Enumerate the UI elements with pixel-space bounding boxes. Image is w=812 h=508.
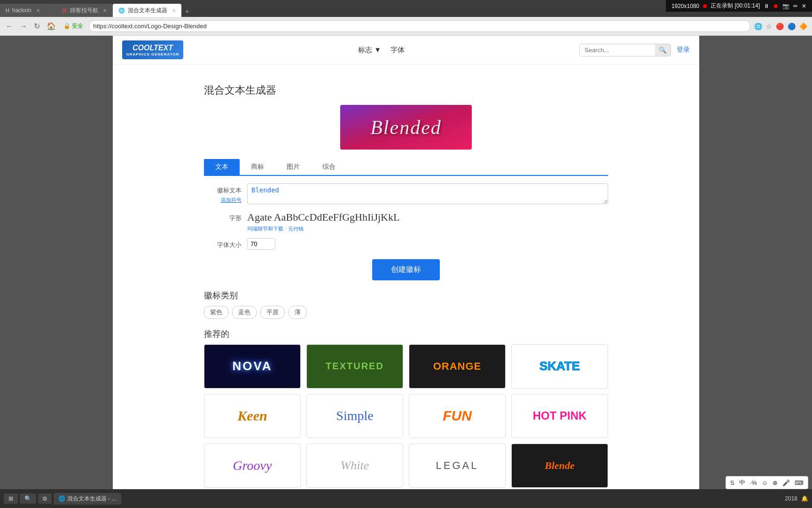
- recording-pause[interactable]: ⏸: [764, 3, 769, 9]
- start-button[interactable]: ⊞: [4, 493, 18, 504]
- logo-item-textured[interactable]: TEXTURED: [306, 344, 403, 389]
- notification-icon[interactable]: 🔔: [801, 495, 808, 502]
- create-logo-button[interactable]: 创建徽标: [372, 259, 440, 280]
- left-margin: [0, 36, 113, 508]
- badge-text-row: 徽标文本 添加符号 Blended: [204, 183, 608, 206]
- logo-item-legal[interactable]: LEGAL: [409, 444, 506, 488]
- create-btn-row: 创建徽标: [204, 259, 608, 280]
- search-taskbar[interactable]: 🔍: [20, 493, 36, 504]
- tab-wenben[interactable]: 文本: [204, 159, 240, 175]
- search-input[interactable]: [580, 44, 655, 56]
- font-size-input-area: [247, 238, 608, 250]
- logo-item-white[interactable]: White: [306, 444, 403, 488]
- badge-text-input[interactable]: Blended: [247, 183, 608, 204]
- bookmark-icon[interactable]: ☆: [765, 22, 773, 31]
- logo-preview-text: Blended: [370, 116, 442, 139]
- page-content: 混合文本生成器 Blended 文本 商标 图片 综合 徽标文本: [195, 64, 617, 508]
- home-button[interactable]: 🏠: [45, 21, 58, 32]
- site-header: COOLTEXT GRAPHICS GENERATOR 标志 ▼ 字体 🔍 登录: [113, 36, 699, 64]
- logo-item-orange[interactable]: ORANGE: [409, 344, 506, 389]
- recording-close[interactable]: ✕: [802, 3, 806, 9]
- login-button[interactable]: 登录: [677, 46, 690, 54]
- tab-hackxin-favicon: H: [6, 8, 9, 13]
- ime-dot[interactable]: ·%: [749, 478, 758, 487]
- logo-white-text: White: [341, 459, 369, 473]
- ime-check[interactable]: ⊕: [771, 478, 779, 487]
- site-logo[interactable]: COOLTEXT GRAPHICS GENERATOR: [122, 40, 183, 59]
- search-button[interactable]: 🔍: [655, 44, 671, 56]
- badge-category-section: 徽标类别 紫色 蓝色 平原 薄: [204, 290, 608, 319]
- recording-dot: [703, 4, 707, 8]
- tab-blended-label: 混合文本生成器: [128, 7, 167, 15]
- logo-item-keen[interactable]: Keen: [204, 394, 301, 438]
- font-size-label: 字体大小: [204, 238, 242, 249]
- url-input[interactable]: [89, 20, 750, 32]
- browser-taskbar[interactable]: 🌐 混合文本生成器 - ...: [54, 493, 121, 505]
- logo-orange-text: ORANGE: [433, 360, 482, 373]
- tab-blended[interactable]: 🌐 混合文本生成器 ✕: [113, 4, 181, 17]
- ime-keyboard[interactable]: ⌨: [793, 478, 805, 487]
- badge-tag-plain[interactable]: 平原: [260, 306, 285, 319]
- logo-fun-text: FUN: [443, 408, 472, 424]
- logo-item-fun[interactable]: FUN: [409, 394, 506, 438]
- recommended-section: 推荐的 NOVA TEXTURED ORANGE SKATE: [204, 328, 608, 488]
- tab-shangbiao[interactable]: 商标: [240, 159, 275, 175]
- tab-daohang[interactable]: 蹄 蹄客找号航 ✕: [56, 4, 113, 17]
- form-tabs: 文本 商标 图片 综合: [204, 159, 608, 176]
- tab-hackxin-close[interactable]: ✕: [36, 8, 40, 13]
- logo-hotpink-text: HOT PINK: [533, 409, 587, 422]
- tab-hackxin-label: hackxin: [12, 7, 31, 14]
- logo-item-simple[interactable]: Simple: [306, 394, 403, 438]
- font-label: 字形: [204, 211, 242, 222]
- back-button[interactable]: ←: [4, 21, 15, 32]
- taskbar-right: 2018 🔔: [785, 495, 808, 502]
- logo-item-blender[interactable]: Blende: [511, 444, 608, 488]
- logo-item-groovy[interactable]: Groovy: [204, 444, 301, 488]
- badge-tag-purple[interactable]: 紫色: [204, 306, 228, 319]
- taskview-button[interactable]: ⧉: [38, 493, 52, 504]
- badge-tag-thin[interactable]: 薄: [289, 306, 307, 319]
- tab-blended-close[interactable]: ✕: [172, 8, 176, 13]
- font-download-link[interactable]: 玛瑙细节和下载: [247, 226, 283, 231]
- add-symbol-link[interactable]: 添加符号: [204, 197, 242, 204]
- recording-time: 正在录制 [00:01:14]: [710, 2, 760, 10]
- translate-icon[interactable]: 🌐: [753, 22, 763, 31]
- extension-icon1[interactable]: 🔴: [775, 22, 785, 31]
- recording-camera[interactable]: 📷: [782, 3, 789, 9]
- nav-ziti[interactable]: 字体: [390, 46, 405, 55]
- new-tab-button[interactable]: +: [181, 6, 193, 17]
- logo-legal-text: LEGAL: [436, 460, 479, 472]
- forward-button[interactable]: →: [18, 21, 29, 32]
- font-free-link[interactable]: 元付钱: [288, 226, 304, 231]
- tab-blended-favicon: 🌐: [118, 8, 125, 14]
- extension-icon3[interactable]: 🔶: [798, 22, 808, 31]
- logo-keen-text: Keen: [237, 408, 267, 424]
- taskbar: ⊞ 🔍 ⧉ 🌐 混合文本生成器 - ... 2018 🔔: [0, 489, 812, 508]
- content-row: COOLTEXT GRAPHICS GENERATOR 标志 ▼ 字体 🔍 登录…: [0, 36, 812, 508]
- tab-daohang-close[interactable]: ✕: [103, 8, 107, 13]
- tab-zonghe[interactable]: 综合: [311, 159, 347, 175]
- refresh-button[interactable]: ↻: [32, 21, 42, 32]
- ime-mic[interactable]: 🎤: [781, 478, 791, 487]
- recommended-title: 推荐的: [204, 328, 608, 340]
- font-preview-text: Agate AaBbCcDdEeFfGgHhIiJjKkL: [247, 211, 608, 223]
- tab-hackxin[interactable]: H hackxin ✕: [0, 4, 56, 17]
- ime-emoji[interactable]: ☺: [760, 478, 769, 487]
- tab-tupian[interactable]: 图片: [275, 159, 311, 175]
- taskbar-app-label: 混合文本生成器 - ...: [67, 495, 117, 503]
- recording-pen[interactable]: ✏: [793, 3, 798, 9]
- logo-item-skate[interactable]: SKATE: [511, 344, 608, 389]
- recording-stop[interactable]: ⏺: [773, 3, 779, 9]
- badge-tags: 紫色 蓝色 平原 薄: [204, 306, 608, 319]
- ime-sougou[interactable]: S: [729, 478, 736, 487]
- tab-daohang-favicon: 蹄: [62, 7, 67, 14]
- cooltext-logo: COOLTEXT GRAPHICS GENERATOR: [122, 40, 183, 59]
- logo-simple-text: Simple: [336, 408, 373, 423]
- extension-icon2[interactable]: 🔵: [787, 22, 796, 31]
- logo-item-hotpink[interactable]: HOT PINK: [511, 394, 608, 438]
- badge-tag-blue[interactable]: 蓝色: [232, 306, 257, 319]
- nav-biaozhiv[interactable]: 标志 ▼: [358, 46, 381, 55]
- logo-item-nova[interactable]: NOVA: [204, 344, 301, 389]
- ime-chinese[interactable]: 中: [738, 477, 747, 488]
- font-size-input[interactable]: [247, 238, 275, 250]
